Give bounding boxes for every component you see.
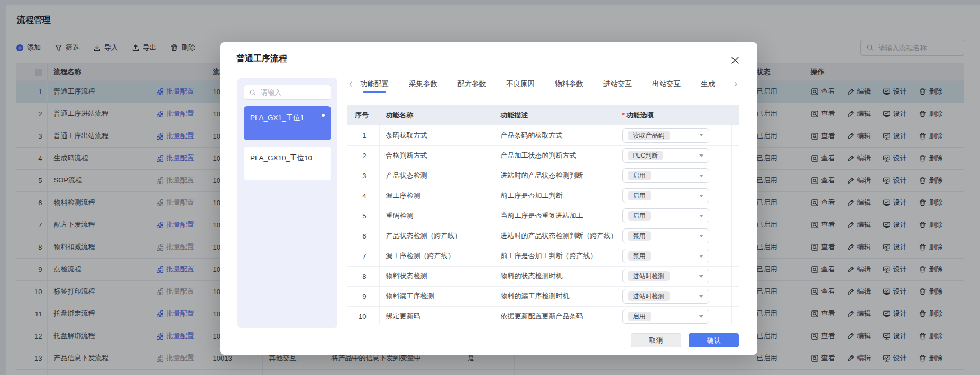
dialog-title: 普通工序流程 [236,53,287,65]
function-index: 6 [347,226,379,246]
function-option-select[interactable]: 读取产品码 [622,128,709,143]
chevron-down-icon [699,315,703,318]
function-option-select[interactable]: 启用 [622,208,709,223]
function-table-row: 6 产品状态检测（跨产线） 进站时的产品状态检测判断（跨产线） 禁用 [347,226,739,246]
selected-option-tag: 启用 [628,191,651,200]
function-index: 8 [347,266,379,286]
function-index: 2 [347,145,379,166]
function-option-select[interactable]: 进站时检测 [622,289,709,304]
function-table-row: 2 合格判断方式 产品加工状态的判断方式 PLC判断 [347,145,739,166]
function-desc: 前工序是否加工判断（跨产线） [494,246,616,266]
function-table-container: 序号 功能名称 功能描述 *功能选项 1 条码获取方式 产品条码的获取方式 读取… [347,105,739,324]
function-index: 10 [347,306,379,324]
function-name: 合格判断方式 [379,145,494,166]
chevron-down-icon [699,235,703,237]
station-status-dot [322,114,325,117]
selected-option-tag: 禁用 [628,231,651,241]
function-option-select[interactable]: 进站时检测 [622,269,709,283]
chevron-down-icon [699,215,703,217]
chevron-down-icon [699,134,703,136]
function-table-row: 5 重码检测 当前工序是否重复进站加工 启用 [347,206,739,226]
function-table-row: 3 产品状态检测 进站时的产品状态检测判断 启用 [347,166,739,186]
tab-配方参数[interactable]: 配方参数 [457,75,486,94]
function-table-header-row: 序号 功能名称 功能描述 *功能选项 [347,105,739,125]
function-name: 漏工序检测（跨产线） [379,246,494,266]
function-desc: 当前工序是否重复进站加工 [494,206,616,226]
function-name: 产品状态检测（跨产线） [379,226,494,246]
selected-option-tag: PLC判断 [628,151,663,160]
function-option-select[interactable]: 启用 [622,309,709,324]
function-name: 物料状态检测 [379,266,494,286]
function-option-select[interactable]: 禁用 [622,249,709,263]
fn-column-option: *功能选项 [616,105,731,125]
function-index: 3 [347,166,379,186]
function-name: 绑定更新码 [379,306,494,324]
fn-column-index: 序号 [347,105,379,125]
function-desc: 物料的漏工序检测时机 [494,286,616,306]
function-index: 1 [347,125,379,145]
function-table: 序号 功能名称 功能描述 *功能选项 1 条码获取方式 产品条码的获取方式 读取… [347,105,739,324]
search-icon [249,89,257,96]
chevron-down-icon [699,255,703,258]
function-desc: 产品加工状态的判断方式 [494,145,616,166]
function-option-select[interactable]: 启用 [622,188,709,203]
station-list-item[interactable]: PLA_GX1_工位1 [244,106,331,140]
function-index: 5 [347,206,379,226]
chevron-down-icon [699,154,703,157]
function-name: 物料漏工序检测 [379,286,494,306]
close-icon[interactable] [730,55,740,66]
function-desc: 产品条码的获取方式 [494,125,616,145]
function-table-row: 7 漏工序检测（跨产线） 前工序是否加工判断（跨产线） 禁用 [347,246,739,266]
function-desc: 进站时的产品状态检测判断（跨产线） [494,226,616,246]
function-desc: 物料的状态检测时机 [494,266,616,286]
function-name: 条码获取方式 [379,125,494,145]
fn-column-name: 功能名称 [379,105,494,125]
tab-采集参数[interactable]: 采集参数 [409,75,437,94]
function-index: 9 [347,286,379,306]
selected-option-tag: 启用 [628,312,651,321]
function-table-row: 4 漏工序检测 前工序是否加工判断 启用 [347,186,739,206]
tab-物料参数[interactable]: 物料参数 [555,75,583,94]
config-tabs: 功能配置采集参数配方参数不良原因物料参数进站交互出站交互生成 [347,75,739,94]
station-list: PLA_GX1_工位1 PLA_GX10_工位10 [244,106,331,180]
function-table-row: 1 条码获取方式 产品条码的获取方式 读取产品码 [347,125,739,145]
chevron-down-icon [699,275,703,278]
chevron-down-icon [699,295,703,298]
fn-column-desc: 功能描述 [494,105,616,125]
station-list-item[interactable]: PLA_GX10_工位10 [244,147,331,180]
function-option-select[interactable]: 启用 [622,168,709,183]
tab-生成[interactable]: 生成 [701,75,715,94]
function-name: 漏工序检测 [379,186,494,206]
station-search-field[interactable] [260,88,326,97]
function-desc: 依据更新配置更新产品条码 [494,306,616,324]
station-name: PLA_GX1_工位1 [250,114,304,122]
tabs-scroll-right-icon[interactable] [732,81,739,87]
function-table-row: 10 绑定更新码 依据更新配置更新产品条码 启用 [347,306,739,324]
process-config-dialog: 普通工序流程 PLA_GX1_工位1 PLA_GX10_工位10 功能配置采集参… [220,42,757,355]
chevron-down-icon [699,195,703,197]
tabs-scroll-left-icon[interactable] [347,81,354,87]
selected-option-tag: 进站时检测 [628,271,670,281]
tab-进站交互[interactable]: 进站交互 [603,75,632,94]
function-index: 4 [347,186,379,206]
function-table-row: 9 物料漏工序检测 物料的漏工序检测时机 进站时检测 [347,286,739,306]
function-table-row: 8 物料状态检测 物料的状态检测时机 进站时检测 [347,266,739,286]
chevron-down-icon [699,175,703,177]
tab-功能配置[interactable]: 功能配置 [360,75,389,94]
tab-出站交互[interactable]: 出站交互 [652,75,681,94]
station-search-input[interactable] [244,85,331,100]
station-panel: PLA_GX1_工位1 PLA_GX10_工位10 [237,78,337,328]
function-option-select[interactable]: 禁用 [622,228,709,243]
function-name: 产品状态检测 [379,166,494,186]
cancel-button[interactable]: 取消 [631,333,681,347]
selected-option-tag: 启用 [628,211,651,221]
required-marker: * [622,111,625,119]
tab-不良原因[interactable]: 不良原因 [506,75,535,94]
function-desc: 前工序是否加工判断 [494,186,616,206]
function-option-select[interactable]: PLC判断 [622,148,709,163]
confirm-button[interactable]: 确认 [689,333,739,347]
selected-option-tag: 进站时检测 [628,291,670,301]
station-name: PLA_GX10_工位10 [250,154,312,162]
function-desc: 进站时的产品状态检测判断 [494,166,616,186]
function-name: 重码检测 [379,206,494,226]
